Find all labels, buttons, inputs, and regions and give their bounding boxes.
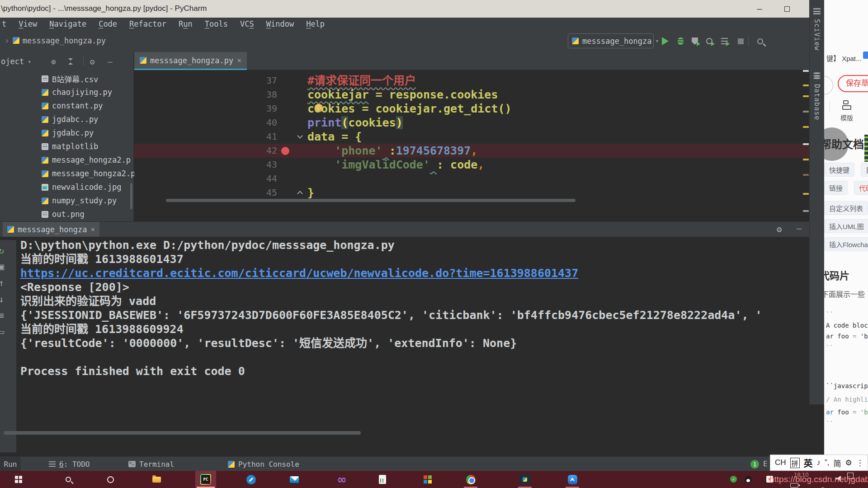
- code-line[interactable]: 37#请求保证同一个用户: [134, 74, 809, 88]
- code-line[interactable]: 40print(cookies): [134, 116, 809, 130]
- statusbar-terminal-button[interactable]: Terminal: [128, 457, 174, 471]
- ime-item[interactable]: ⚙: [845, 458, 852, 468]
- help-pill[interactable]: 快捷键: [824, 163, 854, 177]
- taskbar-tiles-app-button[interactable]: [417, 471, 438, 488]
- tree-item[interactable]: jgdabc..py: [0, 113, 134, 126]
- taskbar-tim-button[interactable]: [562, 471, 583, 488]
- ime-item[interactable]: 英: [804, 456, 813, 469]
- minimize-toolwindow-icon[interactable]: —: [797, 223, 802, 233]
- project-scrollbar[interactable]: [130, 183, 132, 209]
- profiler-button[interactable]: [703, 35, 715, 47]
- taskbar-windows-start-button[interactable]: [8, 471, 29, 488]
- locate-file-icon[interactable]: ⊕: [51, 57, 56, 66]
- menu-item[interactable]: VCS: [240, 19, 254, 28]
- search-everywhere-button[interactable]: [754, 35, 766, 47]
- event-log-label[interactable]: E: [763, 460, 768, 468]
- taskbar-cortana-button[interactable]: [100, 471, 121, 488]
- menu-item[interactable]: Help: [306, 19, 325, 28]
- code-line[interactable]: 39cookies = cookiejar.get_dict(): [134, 102, 809, 116]
- hide-panel-icon[interactable]: —: [108, 57, 113, 66]
- tree-item[interactable]: numpy_study.py: [0, 194, 134, 207]
- code-line[interactable]: 38cookiejar = response.cookies: [134, 88, 809, 102]
- tray-green-check-icon[interactable]: ✓: [730, 476, 737, 483]
- error-stripe[interactable]: [803, 56, 809, 219]
- menu-item[interactable]: t: [2, 19, 6, 28]
- tree-item[interactable]: out.png: [0, 207, 134, 221]
- console-toolbar-icon[interactable]: ▭: [0, 326, 7, 338]
- taskbar-visual-studio-button[interactable]: ∞: [331, 471, 352, 488]
- code-line[interactable]: 43 'imgValidCode' : code,: [134, 158, 809, 172]
- menu-item[interactable]: Run: [179, 19, 193, 28]
- help-pill[interactable]: 自定义列表: [824, 201, 868, 215]
- toolwindow-database[interactable]: Database: [813, 84, 821, 120]
- console-toolbar-icon[interactable]: ↓: [0, 293, 7, 305]
- run-tab[interactable]: messsage_hongza ×: [3, 222, 99, 237]
- toolwindow-sciview[interactable]: SciView: [813, 19, 821, 51]
- console-link[interactable]: https://uc.creditcard.ecitic.com/citicca…: [16, 266, 809, 280]
- statusbar-python-console-button[interactable]: Python Console: [228, 457, 299, 471]
- color-slider-widget[interactable]: [862, 132, 868, 164]
- ime-item[interactable]: ”,: [825, 458, 829, 467]
- editor-horizontal-scrollbar[interactable]: [166, 199, 576, 202]
- template-icon[interactable]: [842, 100, 853, 110]
- concurrency-button[interactable]: [718, 35, 730, 47]
- run-console[interactable]: D:\python\python.exe D:/python/pydoc/mes…: [16, 238, 809, 453]
- run-config-combo[interactable]: messsage_hongza ▾: [568, 33, 654, 48]
- overlay-circle-button[interactable]: [824, 76, 833, 95]
- tree-item[interactable]: chaojiying.py: [0, 85, 134, 99]
- console-toolbar-icon[interactable]: ↑: [0, 277, 7, 289]
- project-panel-header[interactable]: oject ▾ ⊕ ⚙ —: [1, 55, 113, 68]
- tree-item[interactable]: message_hongza2.p: [0, 153, 134, 167]
- tree-item[interactable]: jgdabc.py: [0, 126, 134, 140]
- console-toolbar-icon[interactable]: ≡: [0, 310, 7, 321]
- menu-item[interactable]: Refactor: [129, 19, 166, 28]
- menu-item[interactable]: Navigate: [49, 19, 86, 28]
- coverage-button[interactable]: [689, 35, 701, 47]
- run-button[interactable]: [659, 35, 671, 47]
- editor-tab[interactable]: messsage_hongza.py ×: [134, 52, 247, 70]
- collapse-all-icon[interactable]: [68, 58, 73, 65]
- close-icon[interactable]: ×: [91, 225, 95, 234]
- console-toolbar-icon[interactable]: ↻: [0, 244, 7, 256]
- code-line[interactable]: 42 'phone' :19745678397,: [134, 144, 809, 158]
- minimize-button[interactable]: –: [747, 0, 772, 18]
- ime-item[interactable]: ⋮: [856, 458, 864, 468]
- tree-item[interactable]: B站弹幕.csv: [0, 72, 134, 85]
- gear-icon[interactable]: ⚙: [777, 224, 782, 234]
- ime-item[interactable]: 拼: [790, 458, 800, 468]
- maximize-button[interactable]: [774, 0, 800, 18]
- taskbar-mail-button[interactable]: [284, 471, 305, 488]
- tree-item[interactable]: newvalicode.jpg: [0, 180, 134, 194]
- taskbar-wps-doc-button[interactable]: [372, 471, 393, 488]
- taskbar-file-explorer-button[interactable]: [146, 471, 167, 488]
- tree-item[interactable]: messsage_hongza2.p: [0, 167, 134, 180]
- stop-button[interactable]: [735, 35, 746, 47]
- fold-marker-icon[interactable]: [297, 133, 303, 139]
- help-pill[interactable]: 插入UML图: [824, 219, 868, 233]
- statusbar-run-button[interactable]: Run: [0, 457, 21, 471]
- code-line[interactable]: 45}: [134, 186, 809, 200]
- ime-toolbar[interactable]: CH拼英♪”,简⚙⋮: [770, 455, 868, 471]
- help-pill[interactable]: 目: [861, 163, 868, 177]
- menu-item[interactable]: Window: [266, 19, 294, 28]
- ime-item[interactable]: 简: [833, 457, 841, 469]
- menu-item[interactable]: Code: [99, 19, 117, 28]
- tree-item[interactable]: constant.py: [0, 99, 134, 113]
- gear-icon[interactable]: ⚙: [90, 57, 95, 66]
- tray-qq-icon[interactable]: [745, 476, 751, 483]
- help-pill[interactable]: 链接: [824, 181, 848, 195]
- code-line[interactable]: 41data = {: [134, 130, 809, 144]
- code-line[interactable]: 36: [134, 70, 809, 74]
- taskbar-python-terminal-button[interactable]: [514, 471, 535, 488]
- save-draft-button[interactable]: 保存草: [838, 75, 868, 92]
- ime-item[interactable]: CH: [775, 458, 786, 467]
- taskbar-search-button[interactable]: [58, 471, 79, 488]
- menu-item[interactable]: View: [19, 19, 37, 28]
- statusbar-todo-button[interactable]: 6: TODO: [49, 457, 90, 471]
- ime-item[interactable]: ♪: [817, 458, 821, 467]
- help-pill[interactable]: 代码: [854, 181, 868, 195]
- help-pill[interactable]: 插入Flowcha: [824, 237, 868, 251]
- debug-button[interactable]: [675, 35, 686, 47]
- code-line[interactable]: 44: [134, 172, 809, 186]
- breadcrumb[interactable]: › messsage_hongza.py: [5, 36, 106, 45]
